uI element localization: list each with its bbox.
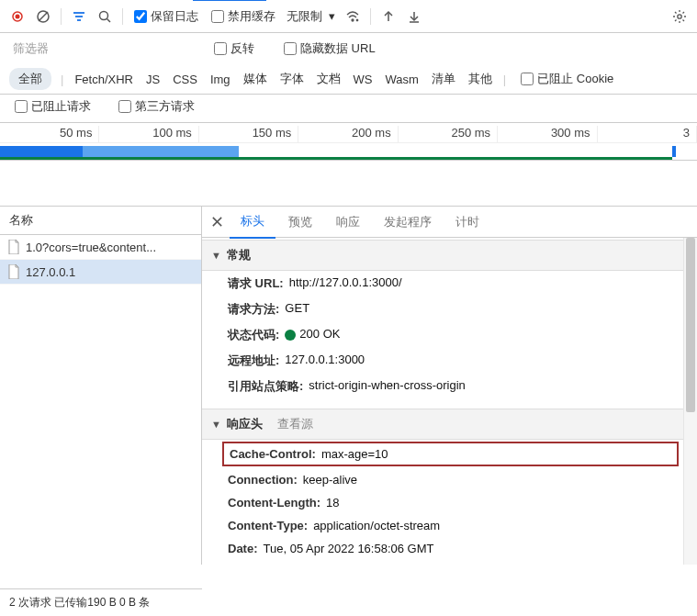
filter-fetch[interactable]: Fetch/XHR [73,71,135,88]
upload-icon[interactable] [377,5,400,28]
record-button[interactable] [6,5,29,28]
svg-point-1 [16,14,20,18]
timeline-tick: 150 ms [199,126,298,140]
disable-cache-label: 禁用缓存 [228,8,275,25]
close-icon[interactable] [206,211,228,233]
response-headers-section[interactable]: ▼响应头查看源 [202,409,697,440]
remote-value: 127.0.0.1:3000 [285,353,365,369]
request-name: 127.0.0.1 [26,265,75,279]
invert-checkbox[interactable]: 反转 [208,40,260,57]
filter-img[interactable]: Img [208,71,232,88]
request-detail: 标头 预览 响应 发起程序 计时 ▼常规 请求 URL:http://127.0… [202,207,697,565]
svg-line-8 [107,18,111,22]
preserve-log-checkbox[interactable]: 保留日志 [129,8,204,25]
filter-icon[interactable] [67,5,91,28]
status-key: 状态代码: [228,327,279,343]
svg-point-9 [352,19,354,21]
hide-data-urls-checkbox[interactable]: 隐藏数据 URL [278,40,381,57]
timeline-tick: 300 ms [498,126,597,140]
chevron-down-icon: ▼ [211,419,221,430]
svg-point-15 [678,14,681,17]
blocked-cookies-checkbox[interactable]: 已阻止 Cookie [515,71,619,87]
download-icon[interactable] [402,5,426,28]
filter-row: 筛选器 反转 隐藏数据 URL [0,33,697,64]
timeline-tick: 250 ms [399,126,498,140]
filter-js[interactable]: JS [144,71,162,88]
name-column-header[interactable]: 名称 [0,207,201,235]
status-bar: 2 次请求 已传输190 B 0 B 条 [0,588,202,616]
tab-preview[interactable]: 预览 [277,207,323,238]
search-icon[interactable] [93,5,117,28]
tab-response[interactable]: 响应 [325,207,371,238]
status-dot-icon [285,330,296,341]
tab-headers[interactable]: 标头 [230,206,275,239]
request-list: 名称 1.0?cors=true&content... 127.0.0.1 [0,207,202,565]
filter-all[interactable]: 全部 [9,68,51,90]
filter-media[interactable]: 媒体 [242,69,269,89]
remote-key: 远程地址: [228,353,279,369]
tab-initiator[interactable]: 发起程序 [373,207,443,238]
filter-other[interactable]: 其他 [467,69,494,89]
filter-input[interactable]: 筛选器 [9,39,52,59]
timeline-tick: 200 ms [298,126,398,140]
timeline-overview[interactable]: 50 ms 100 ms 150 ms 200 ms 250 ms 300 ms… [0,123,697,161]
request-name: 1.0?cors=true&content... [26,241,156,254]
request-url-key: 请求 URL: [228,275,284,292]
timeline-tick: 50 ms [0,126,99,140]
wifi-icon[interactable] [341,5,365,28]
third-party-checkbox[interactable]: 第三方请求 [113,98,200,115]
tab-timing[interactable]: 计时 [444,207,490,238]
status-value: 200 OK [285,327,340,343]
type-filter-row: 全部 | Fetch/XHR JS CSS Img 媒体 字体 文档 WS Wa… [0,64,697,95]
blocked-requests-checkbox[interactable]: 已阻止请求 [9,98,96,115]
filter-doc[interactable]: 文档 [315,69,343,89]
timeline-tick: 3 [598,126,697,140]
method-value: GET [285,301,309,318]
highlighted-header: Cache-Control:max-age=10 [222,442,679,466]
request-url-value: http://127.0.0.1:3000/ [289,275,402,292]
disable-cache-checkbox[interactable]: 禁用缓存 [206,8,281,25]
svg-line-3 [39,12,48,21]
filter-manifest[interactable]: 清单 [430,69,457,89]
settings-icon[interactable] [668,5,691,28]
request-row[interactable]: 1.0?cors=true&content... [0,235,201,260]
svg-point-7 [100,11,108,19]
file-icon [7,240,20,254]
vertical-scrollbar[interactable] [683,238,697,565]
referrer-value: strict-origin-when-cross-origin [309,378,466,395]
general-section-header[interactable]: ▼常规 [202,240,697,271]
filter-css[interactable]: CSS [171,71,199,88]
throttling-select[interactable]: 无限制 ▾ [283,6,339,27]
filter-font[interactable]: 字体 [278,69,306,89]
view-source-link[interactable]: 查看源 [277,416,313,432]
referrer-key: 引用站点策略: [228,378,303,395]
method-key: 请求方法: [228,301,279,318]
file-icon [7,264,20,279]
request-row[interactable]: 127.0.0.1 [0,260,201,285]
timeline-tick: 100 ms [99,126,198,140]
filter-wasm[interactable]: Wasm [384,71,421,88]
network-toolbar: 保留日志 禁用缓存 无限制 ▾ [0,0,697,33]
clear-button[interactable] [31,5,55,28]
filter-ws[interactable]: WS [352,71,375,88]
chevron-down-icon: ▼ [211,250,221,261]
preserve-log-label: 保留日志 [151,8,198,25]
